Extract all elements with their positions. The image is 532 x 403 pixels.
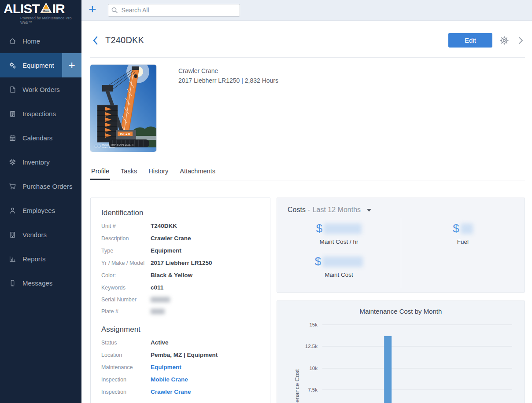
search-input[interactable] [108, 4, 240, 17]
calendar-icon [9, 134, 16, 142]
sidebar-item-label: Reports [22, 255, 46, 263]
person-icon [9, 207, 16, 214]
page-header: T240DKK Edit [90, 21, 525, 58]
currency-symbol: $ [315, 255, 321, 268]
sidebar-item-label: Inspections [22, 110, 56, 117]
currency-symbol: $ [316, 222, 322, 235]
field-location: Location Pemba, MZ | Equipment [101, 352, 259, 358]
add-equipment-button[interactable]: + [62, 53, 81, 77]
svg-text:DUAL CAMERA: DUAL CAMERA [102, 147, 115, 149]
asset-photo[interactable]: IST▲R HUAWEI NOVA 3i DUAL CAMERA DUAL CA… [90, 65, 156, 152]
chevron-down-icon [367, 209, 371, 212]
maintenance-plan-link[interactable]: Equipment [151, 364, 181, 370]
building-icon [9, 231, 16, 238]
app-window: ALIST ALISTAIR IR Powered by Maintenance… [0, 0, 532, 403]
field-inspection-mobile-crane: Inspection Mobile Crane [101, 376, 259, 383]
svg-text:ALISTAIR: ALISTAIR [42, 10, 50, 11]
inspection-link[interactable]: Crawler Crane [151, 388, 191, 395]
sidebar-item-calendars[interactable]: Calendars [0, 126, 81, 150]
stat-maint-cost-hr: $ Maint Cost / hr [316, 222, 362, 245]
sidebar-item-label: Work Orders [22, 86, 60, 93]
costs-card: Costs - Last 12 Months $ Maint Cost / [277, 198, 525, 293]
home-icon [9, 37, 16, 45]
bar-chart-icon [9, 255, 16, 263]
tab-profile[interactable]: Profile [90, 168, 110, 180]
brand-tagline: Powered by Maintenance Pro Web™ [20, 16, 81, 25]
sidebar-item-label: Calendars [22, 134, 52, 142]
logo-text-pre: ALIST [4, 2, 40, 15]
asset-subtitle: 2017 Liebherr LR1250 | 2,832 Hours [178, 76, 278, 85]
field-maintenance-plan: Maintenance Equipment [101, 364, 259, 370]
costs-period-dropdown[interactable]: Costs - Last 12 Months [277, 198, 525, 214]
sidebar-item-label: Equipment [22, 62, 54, 69]
tab-history[interactable]: History [148, 168, 169, 180]
sidebar-item-inventory[interactable]: Inventory [0, 150, 81, 174]
logo-triangle-icon: ALISTAIR [40, 3, 52, 15]
chart-title: Maintenance Cost by Month [360, 308, 442, 315]
sidebar-item-inspections[interactable]: Inspections [0, 102, 81, 126]
shopping-cart-icon [9, 183, 16, 190]
asset-description: Crawler Crane [178, 66, 278, 76]
field-keywords: Keywords c011 [101, 284, 259, 291]
sidebar-item-reports[interactable]: Reports [0, 247, 81, 271]
page-title: T240DKK [105, 35, 144, 45]
tab-bar: Profile Tasks History Attachments [90, 168, 525, 180]
stat-maint-cost: $ Maint Cost [315, 255, 363, 278]
main-content: T240DKK Edit [81, 21, 532, 403]
assignment-title: Assignment [101, 325, 259, 334]
redacted-amount [322, 256, 363, 267]
sidebar-item-label: Inventory [22, 158, 50, 166]
sidebar-item-employees[interactable]: Employees [0, 198, 81, 223]
inspection-link[interactable]: Mobile Crane [151, 376, 188, 383]
sidebar-item-vendors[interactable]: Vendors [0, 223, 81, 247]
identification-title: Identification [101, 209, 259, 217]
cogs-icon [9, 62, 16, 69]
field-color: Color: Black & Yellow [101, 272, 259, 278]
chart-bar [384, 336, 392, 403]
brand-logo[interactable]: ALIST ALISTAIR IR Powered by Maintenance… [0, 0, 81, 25]
redacted-value [151, 309, 165, 314]
sidebar-item-label: Vendors [22, 231, 47, 238]
maintenance-cost-chart: Maintenance Cost by Month 15k 12.5k 10k … [277, 300, 525, 403]
sidebar-item-label: Purchase Orders [22, 183, 72, 190]
gears-cluster-icon [9, 158, 16, 166]
y-tick: 15k [309, 322, 318, 327]
sidebar-item-work-orders[interactable]: Work Orders [0, 77, 81, 102]
back-chevron-button[interactable] [90, 35, 101, 46]
field-yr-make-model: Yr / Make / Model 2017 Liebherr LR1250 [101, 260, 259, 266]
edit-button[interactable]: Edit [448, 33, 492, 48]
sidebar-item-messages[interactable]: Messages [0, 271, 81, 295]
tab-tasks[interactable]: Tasks [120, 168, 138, 180]
redacted-amount [324, 223, 362, 234]
forward-chevron-button[interactable] [516, 35, 525, 46]
search-icon [111, 7, 118, 16]
field-type: Type Equipment [101, 247, 259, 254]
field-serial-number: Serial Number [101, 297, 259, 303]
photo-watermark: HUAWEI NOVA 3i DUAL CAMERA [102, 144, 134, 146]
logo-text-post: IR [52, 2, 65, 15]
costs-title: Costs - [288, 206, 310, 214]
y-tick: 12.5k [305, 344, 318, 349]
sidebar-item-equipment[interactable]: Equipment + [0, 53, 81, 77]
asset-summary: IST▲R HUAWEI NOVA 3i DUAL CAMERA DUAL CA… [90, 65, 525, 152]
sidebar-item-label: Home [22, 37, 40, 45]
svg-text:IST▲R: IST▲R [120, 132, 130, 136]
y-tick: 7.5k [308, 387, 318, 392]
profile-card: Identification Unit # T240DKK Descriptio… [90, 198, 270, 403]
currency-symbol: $ [453, 222, 459, 235]
topbar: + [81, 0, 532, 21]
stat-fuel: $ Fuel [453, 222, 473, 245]
costs-period-label: Last 12 Months [313, 206, 361, 214]
sidebar: ALIST ALISTAIR IR Powered by Maintenance… [0, 0, 81, 403]
y-tick: 10k [309, 366, 318, 371]
sidebar-item-purchase-orders[interactable]: Purchase Orders [0, 174, 81, 198]
sidebar-item-label: Messages [22, 279, 52, 287]
field-plate-number: Plate # [101, 308, 259, 315]
field-inspection-crawler-crane: Inspection Crawler Crane [101, 388, 259, 395]
settings-gear-icon[interactable] [499, 35, 510, 46]
tab-attachments[interactable]: Attachments [179, 168, 216, 180]
sidebar-item-home[interactable]: Home [0, 29, 81, 53]
mobile-device-icon [9, 279, 16, 287]
field-description: Description Crawler Crane [101, 235, 259, 242]
global-add-button[interactable]: + [89, 3, 96, 16]
